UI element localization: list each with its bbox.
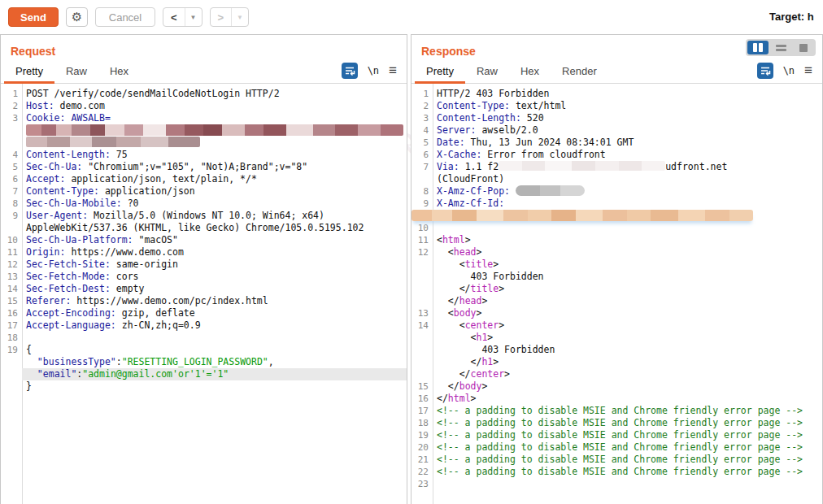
line-number: 13 <box>1 271 22 283</box>
history-forward-button[interactable]: > ▼ <box>210 7 250 27</box>
line-number: 21 <box>412 454 433 466</box>
word-wrap-icon[interactable] <box>757 63 773 79</box>
code-line: 22<!-- a padding to disable MSIE and Chr… <box>412 466 822 478</box>
code-line: 17<!-- a padding to disable MSIE and Chr… <box>412 405 822 417</box>
code-text: Referer: https://www.demo.com/pc/index.h… <box>22 295 407 307</box>
code-text <box>22 137 407 149</box>
line-number: 23 <box>412 478 433 490</box>
code-text: X-Amz-Cf-Id: <box>433 198 822 210</box>
code-segment: body <box>454 307 477 319</box>
code-segment: { <box>26 344 32 355</box>
code-segment: > <box>471 393 477 404</box>
code-text: <!-- a padding to disable MSIE and Chrom… <box>433 429 822 441</box>
code-segment: > <box>481 380 487 392</box>
code-line: 403 Forbidden <box>412 344 822 356</box>
code-segment: Date: <box>437 137 465 148</box>
code-segment: > <box>487 332 493 343</box>
code-text: POST /verify/code/sendMailCodeNotLogin H… <box>22 88 407 100</box>
code-line: 20<!-- a padding to disable MSIE and Chr… <box>412 441 822 454</box>
code-line: 7Content-Type: application/json <box>1 185 407 198</box>
code-segment: > <box>499 283 504 294</box>
word-wrap-icon[interactable] <box>342 63 358 79</box>
code-segment: Host: <box>26 100 54 111</box>
code-text: Cookie: AWSALB= <box>22 112 407 124</box>
back-icon[interactable]: < <box>163 8 185 26</box>
tab-raw[interactable]: Raw <box>54 59 98 84</box>
layout-single-button[interactable] <box>793 41 814 54</box>
code-segment: AWSALB= <box>71 112 110 124</box>
code-segment: : <box>116 356 122 367</box>
code-segment: Via: <box>437 161 459 172</box>
code-line: 18<!-- a padding to disable MSIE and Chr… <box>412 417 822 429</box>
back-dropdown-arrow-icon[interactable]: ▼ <box>185 8 202 26</box>
code-segment: application/json, text/plain, */* <box>65 173 256 185</box>
newline-toggle-icon[interactable]: \n <box>783 65 795 76</box>
settings-button[interactable]: ⚙ <box>66 7 88 27</box>
send-button[interactable]: Send <box>8 7 59 27</box>
gear-icon: ⚙ <box>72 10 82 24</box>
tab-render[interactable]: Render <box>551 59 608 84</box>
code-text <box>22 332 407 344</box>
code-segment: html <box>442 234 465 245</box>
code-segment: Cookie: <box>26 112 65 124</box>
code-segment: (CloudFront) <box>437 173 504 185</box>
code-segment: Content-Length: <box>26 149 111 160</box>
line-number: 8 <box>1 198 22 210</box>
code-text: Sec-Fetch-Mode: cors <box>22 271 407 283</box>
response-menu-icon[interactable]: ≡ <box>804 66 812 76</box>
code-text: </body> <box>433 380 822 393</box>
redacted-value <box>26 137 200 147</box>
line-number: 3 <box>412 112 433 124</box>
cancel-button[interactable]: Cancel <box>95 7 155 27</box>
line-number: 5 <box>412 137 433 149</box>
code-segment: Content-Type: <box>26 185 99 197</box>
code-text: (CloudFront) <box>433 173 822 185</box>
code-segment <box>26 356 37 367</box>
history-back-button[interactable]: < ▼ <box>163 7 202 27</box>
code-text: Content-Length: 75 <box>22 149 407 161</box>
tab-hex[interactable]: Hex <box>509 59 551 84</box>
code-text: X-Cache: Error from cloudfront <box>433 149 822 161</box>
line-number: 1 <box>1 88 22 100</box>
code-segment: head <box>459 295 482 306</box>
code-segment: same-origin <box>111 259 178 270</box>
target-caption: Target: <box>769 11 804 23</box>
code-line <box>1 124 407 137</box>
code-line: 13 <body> <box>412 307 822 319</box>
code-line: 13Sec-Fetch-Mode: cors <box>1 271 407 283</box>
tab-raw[interactable]: Raw <box>465 59 509 84</box>
request-menu-icon[interactable]: ≡ <box>389 66 397 76</box>
code-text: <!-- a padding to disable MSIE and Chrom… <box>433 441 822 454</box>
line-number: 2 <box>412 100 433 112</box>
layout-columns-button[interactable] <box>747 41 769 54</box>
tab-pretty[interactable]: Pretty <box>415 59 465 84</box>
code-segment: < <box>437 259 465 270</box>
line-number: 15 <box>412 380 433 393</box>
response-viewer[interactable]: 1HTTP/2 403 Forbidden2Content-Type: text… <box>412 84 822 504</box>
code-segment: </ <box>437 368 471 380</box>
request-editor[interactable]: 1POST /verify/code/sendMailCodeNotLogin … <box>1 84 407 504</box>
line-number: 15 <box>1 295 22 307</box>
line-number: 13 <box>412 307 433 319</box>
code-line: 10Sec-Ch-Ua-Platform: "macOS" <box>1 234 407 246</box>
code-line: <title> <box>412 259 822 271</box>
code-text: <body> <box>433 307 822 319</box>
code-segment: "email" <box>37 368 76 380</box>
line-number: 12 <box>412 246 433 259</box>
code-segment: 403 Forbidden <box>437 344 555 355</box>
code-line: 23 <box>412 478 822 490</box>
layout-rows-button[interactable] <box>770 41 791 54</box>
code-segment: center <box>465 319 499 331</box>
tab-hex[interactable]: Hex <box>98 59 140 84</box>
code-segment: Sec-Ch-Ua-Mobile: <box>26 198 122 209</box>
tab-pretty[interactable]: Pretty <box>4 59 54 84</box>
code-line: 5Date: Thu, 13 Jun 2024 08:34:01 GMT <box>412 137 822 149</box>
newline-toggle-icon[interactable]: \n <box>368 65 379 76</box>
line-number: 11 <box>1 246 22 259</box>
code-line: 16</html> <box>412 393 822 405</box>
code-line: 12 <head> <box>412 246 822 259</box>
code-segment: demo.com <box>54 100 105 111</box>
code-segment: <!-- a padding to disable MSIE and Chrom… <box>437 405 803 416</box>
code-segment: Error from cloudfront <box>481 149 605 160</box>
code-line: 14Sec-Fetch-Dest: empty <box>1 283 407 295</box>
